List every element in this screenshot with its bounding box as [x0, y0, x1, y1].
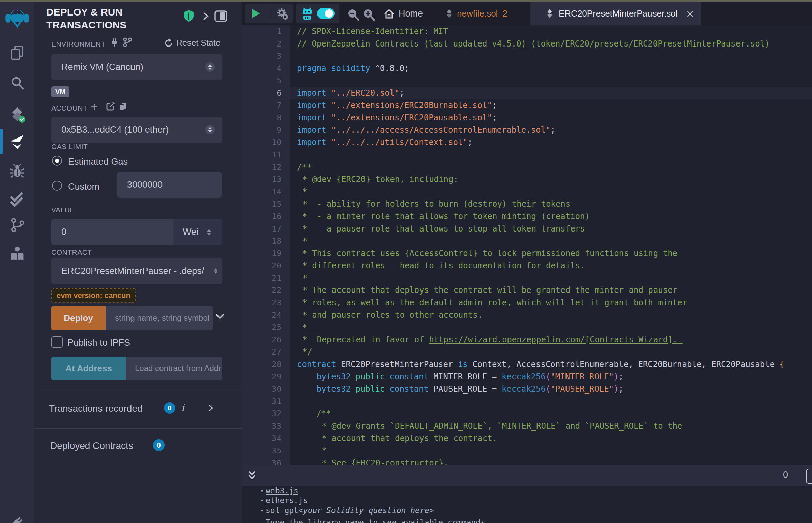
run-group	[245, 4, 293, 23]
ai-robot-icon[interactable]	[301, 7, 314, 20]
code-line[interactable]: 1// SPDX-License-Identifier: MIT	[242, 25, 812, 38]
git-icon[interactable]	[0, 218, 34, 233]
code-line[interactable]: 3	[242, 50, 812, 62]
line-number: 22	[242, 284, 290, 296]
value-unit-select[interactable]: Wei	[173, 219, 222, 245]
custom-gas-radio[interactable]	[52, 181, 62, 191]
code-line[interactable]: 30 bytes32 public constant PAUSER_ROLE =…	[242, 383, 812, 395]
deploy-button[interactable]: Deploy	[51, 306, 106, 330]
terminal-output[interactable]: •web3.js•ethers.js•sol-gpt <your Solidit…	[242, 486, 812, 523]
deploy-run-panel: DEPLOY & RUN TRANSACTIONS ENVIRONMENT	[34, 2, 242, 523]
terminal-search-input[interactable]	[806, 469, 812, 484]
custom-gas-input[interactable]: 3000000	[117, 172, 222, 198]
unit-testing-icon[interactable]	[0, 192, 34, 208]
transactions-expand-chevron-icon[interactable]	[208, 403, 214, 413]
learneth-icon[interactable]	[0, 246, 34, 262]
code-line[interactable]: 10import "../../../utils/Context.sol";	[242, 136, 812, 149]
code-line[interactable]: 28contract ERC20PresetMinterPauser is Co…	[242, 358, 812, 371]
terminal-item[interactable]: •ethers.js	[242, 496, 812, 505]
code-line[interactable]: 13 * @dev {ERC20} token, including:	[242, 173, 812, 186]
expand-terminal-icon[interactable]	[248, 470, 256, 481]
ai-copilot-toggle[interactable]	[317, 8, 335, 19]
code-line[interactable]: 27 */	[242, 346, 812, 358]
code-line[interactable]: 5	[242, 74, 812, 87]
tab-erc20presetminterpauser[interactable]: ERC20PresetMinterPauser.sol ×	[530, 2, 701, 25]
code-line[interactable]: 31	[242, 395, 812, 408]
solidity-compiler-icon[interactable]	[0, 106, 34, 123]
run-config-gear-icon[interactable]	[276, 8, 288, 20]
code-line[interactable]: 8import "../extensions/ERC20Pausable.sol…	[242, 111, 812, 124]
code-line[interactable]: 25 *	[242, 321, 812, 333]
pin-panel-icon[interactable]	[214, 11, 227, 22]
code-line[interactable]: 22 * The account that deploys the contra…	[242, 284, 812, 296]
terminal-item[interactable]: •web3.js	[242, 486, 812, 496]
code-line[interactable]: 14 *	[242, 186, 812, 198]
code-line[interactable]: 11	[242, 149, 812, 161]
environment-select[interactable]: Remix VM (Cancun)	[51, 54, 222, 80]
code-line[interactable]: 20 * different roles - head to its docum…	[242, 259, 812, 272]
code-line[interactable]: 33 * @dev Grants `DEFAULT_ADMIN_ROLE`, `…	[242, 420, 812, 432]
code-line[interactable]: 9import "../../../access/AccessControlEn…	[242, 124, 812, 137]
edit-account-icon[interactable]	[106, 102, 115, 111]
code-line[interactable]: 17 * - a pauser role that allows to stop…	[242, 223, 812, 235]
ai-group	[296, 4, 339, 23]
zoom-out-icon[interactable]	[347, 9, 359, 21]
tab-close-icon[interactable]: ×	[686, 8, 694, 20]
code-line[interactable]: 24 * and pauser roles to other accounts.	[242, 309, 812, 322]
add-account-icon[interactable]: +	[91, 100, 98, 114]
divider	[34, 391, 242, 391]
code-line[interactable]: 32 /**	[242, 408, 812, 420]
code-line[interactable]: 6import "../ERC20.sol";	[242, 87, 812, 100]
tab-newfile[interactable]: newfile.sol 2	[446, 2, 508, 25]
code-line[interactable]: 4pragma solidity ^0.8.0;	[242, 62, 812, 75]
constructor-args-input[interactable]: string name, string symbol	[106, 306, 213, 330]
solidity-file-icon	[547, 9, 553, 18]
contract-select[interactable]: ERC20PresetMinterPauser - .deps/	[51, 258, 222, 284]
code-line[interactable]: 36 * See {ERC20-constructor}.	[242, 457, 812, 465]
reset-state-button[interactable]: Reset State	[164, 38, 220, 48]
code-line[interactable]: 29 bytes32 public constant MINTER_ROLE =…	[242, 371, 812, 383]
code-line[interactable]: 23 * roles, as well as the default admin…	[242, 296, 812, 309]
plugin-manager-plug-icon[interactable]	[0, 515, 34, 523]
code-line[interactable]: 34 * account that deploys the contract.	[242, 432, 812, 445]
debugger-bug-icon[interactable]	[0, 164, 34, 179]
run-script-play-icon[interactable]	[251, 9, 260, 18]
value-input[interactable]: 0	[51, 219, 173, 245]
terminal-link[interactable]: web3.js	[266, 486, 298, 496]
line-number: 11	[242, 149, 290, 161]
code-line[interactable]: 18 *	[242, 235, 812, 247]
code-line[interactable]: 35 *	[242, 445, 812, 457]
code-line[interactable]: 19 * This contract uses {AccessControl} …	[242, 247, 812, 260]
terminal-link[interactable]: ethers.js	[266, 496, 308, 505]
estimated-gas-radio[interactable]	[52, 156, 62, 166]
file-explorer-icon[interactable]	[0, 45, 34, 60]
code-line[interactable]: 16 * - a minter role that allows for tok…	[242, 210, 812, 223]
account-select[interactable]: 0x5B3...eddC4 (100 ether)	[51, 116, 222, 143]
plug-icon[interactable]	[110, 38, 118, 47]
shield-icon[interactable]	[184, 10, 194, 22]
info-icon[interactable]: i	[181, 403, 184, 413]
code-line[interactable]: 7import "../extensions/ERC20Burnable.sol…	[242, 100, 812, 112]
line-number: 29	[242, 371, 290, 383]
code-line[interactable]: 15 * - ability for holders to burn (dest…	[242, 198, 812, 210]
zoom-in-icon[interactable]	[363, 9, 375, 21]
code-line[interactable]: 26 * _Deprecated in favor of https://wiz…	[242, 333, 812, 346]
at-address-button[interactable]: At Address	[51, 357, 126, 380]
expand-constructor-chevron-icon[interactable]	[215, 313, 225, 320]
search-icon[interactable]	[0, 75, 34, 90]
remix-logo-icon[interactable]	[0, 5, 34, 30]
at-address-input[interactable]: Load contract from Addres	[126, 357, 222, 380]
deploy-and-run-icon[interactable]	[0, 133, 34, 151]
line-number: 14	[242, 186, 290, 198]
fork-environment-icon[interactable]	[123, 37, 132, 47]
code-line[interactable]: 21 *	[242, 272, 812, 284]
panel-expand-chevron-icon[interactable]	[202, 11, 209, 22]
line-number: 25	[242, 321, 290, 333]
code-line[interactable]: 2// OpenZeppelin Contracts (last updated…	[242, 38, 812, 50]
code-editor[interactable]: 1// SPDX-License-Identifier: MIT2// Open…	[242, 25, 812, 465]
copy-account-icon[interactable]	[119, 102, 127, 111]
line-number: 36	[242, 457, 290, 465]
home-tab[interactable]: Home	[384, 8, 423, 19]
code-line[interactable]: 12/**	[242, 161, 812, 174]
publish-to-ipfs-checkbox[interactable]	[51, 336, 63, 348]
